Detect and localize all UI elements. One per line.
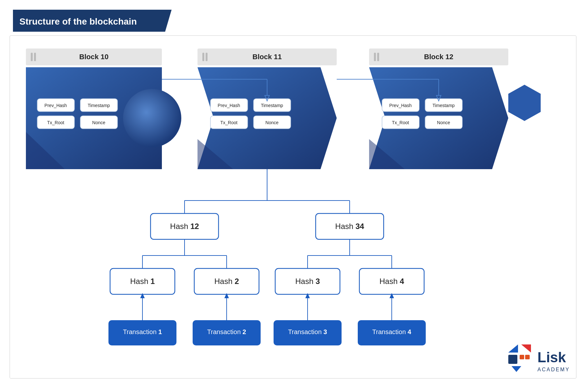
svg-marker-67 [508, 344, 518, 353]
svg-marker-25 [508, 85, 541, 121]
svg-rect-11 [80, 116, 118, 129]
svg-marker-5 [26, 132, 65, 169]
field-prev-hash-10: Prev_Hash [44, 103, 67, 108]
svg-rect-2 [31, 53, 33, 61]
svg-marker-56 [140, 293, 145, 298]
field-nonce-11: Nonce [265, 120, 279, 125]
svg-marker-24 [369, 67, 508, 169]
svg-rect-1 [26, 49, 162, 65]
svg-marker-33 [265, 95, 269, 101]
svg-rect-13 [202, 53, 204, 61]
svg-rect-10 [37, 116, 74, 129]
svg-rect-3 [34, 53, 36, 61]
svg-rect-28 [425, 99, 462, 112]
svg-marker-36 [436, 95, 441, 101]
svg-marker-16 [197, 139, 233, 169]
tx-3-box: Transaction 3 [288, 328, 327, 335]
svg-rect-63 [108, 320, 176, 345]
svg-rect-30 [425, 116, 462, 129]
svg-marker-26 [369, 139, 405, 169]
tx-4-box: Transaction 4 [372, 328, 411, 335]
field-timestamp-11: Timestamp [261, 103, 283, 108]
hash-34-box: Hash 34 [335, 222, 364, 231]
field-txroot-11: Tx_Root [220, 120, 238, 125]
page-title: Structure of the blockchain [19, 16, 137, 27]
lisk-academy: ACADEMY [537, 367, 570, 372]
svg-rect-53 [275, 268, 340, 294]
field-timestamp-10: Timestamp [88, 103, 110, 108]
svg-rect-69 [508, 355, 517, 364]
svg-rect-21 [369, 49, 508, 65]
svg-marker-60 [305, 293, 310, 298]
svg-point-6 [123, 89, 181, 147]
svg-rect-42 [316, 213, 384, 239]
svg-rect-71 [525, 355, 530, 359]
svg-rect-41 [151, 213, 219, 239]
svg-rect-0 [10, 36, 576, 378]
block-10-label: Block 10 [79, 53, 109, 61]
tx-2-box: Transaction 2 [207, 328, 246, 335]
hash-1-box: Hash 1 [130, 277, 155, 286]
svg-rect-66 [358, 320, 426, 345]
tx-1-box: Transaction 1 [123, 328, 162, 335]
hash-3-box: Hash 3 [295, 277, 320, 286]
svg-rect-4 [26, 67, 162, 169]
svg-marker-73 [13, 10, 172, 32]
svg-rect-23 [377, 53, 379, 61]
svg-rect-7 [26, 67, 104, 169]
field-nonce-10: Nonce [92, 120, 106, 125]
svg-rect-9 [80, 99, 118, 112]
svg-rect-65 [274, 320, 342, 345]
svg-marker-62 [389, 293, 394, 298]
svg-rect-47 [110, 268, 175, 294]
block-11-label: Block 11 [253, 53, 282, 61]
svg-rect-8 [37, 99, 74, 112]
svg-marker-72 [512, 366, 521, 372]
svg-rect-12 [197, 49, 337, 65]
svg-rect-70 [520, 355, 524, 359]
block-12-label: Block 12 [424, 53, 454, 61]
svg-rect-14 [206, 53, 208, 61]
svg-rect-64 [193, 320, 261, 345]
field-prev-hash-12: Prev_Hash [389, 103, 411, 108]
svg-rect-27 [382, 99, 419, 112]
svg-rect-17 [210, 99, 248, 112]
hash-2-box: Hash 2 [214, 277, 239, 286]
svg-rect-18 [254, 99, 291, 112]
svg-marker-58 [224, 293, 229, 298]
field-timestamp-12: Timestamp [433, 103, 455, 108]
field-prev-hash-11: Prev_Hash [218, 103, 240, 108]
hash-4-box: Hash 4 [379, 277, 404, 286]
svg-rect-19 [210, 116, 248, 129]
field-txroot-12: Tx_Root [392, 120, 409, 125]
svg-rect-22 [374, 53, 376, 61]
svg-rect-48 [194, 268, 259, 294]
svg-rect-54 [359, 268, 424, 294]
lisk-brand: Lisk [537, 349, 566, 365]
field-nonce-12: Nonce [437, 120, 450, 125]
field-txroot-10: Tx_Root [47, 120, 64, 125]
svg-rect-20 [254, 116, 291, 129]
svg-rect-29 [382, 116, 419, 129]
svg-marker-68 [521, 344, 531, 353]
hash-12-box: Hash 12 [170, 222, 199, 231]
svg-marker-15 [197, 67, 337, 169]
